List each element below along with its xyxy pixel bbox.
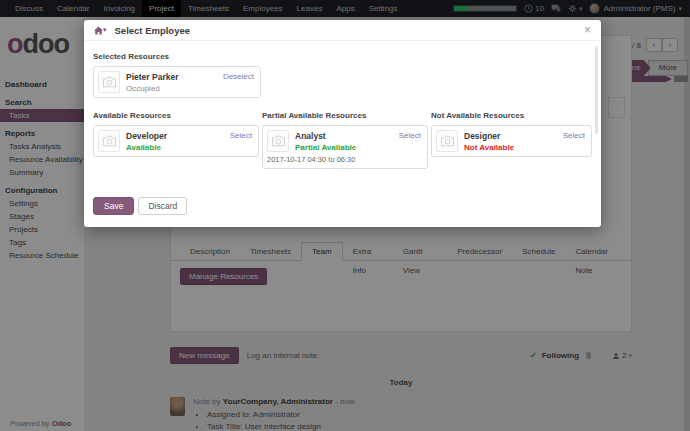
- available-resource-card: Developer Available Select: [93, 125, 259, 157]
- resource-columns: Available Resources Developer Available …: [93, 111, 592, 169]
- resource-name: Designer: [464, 131, 514, 141]
- available-resources-label: Available Resources: [93, 111, 259, 120]
- camera-icon: [271, 135, 286, 147]
- resource-photo-placeholder: [98, 71, 120, 93]
- discard-button[interactable]: Discard: [138, 197, 187, 215]
- resource-photo-placeholder: [436, 130, 458, 152]
- select-link[interactable]: Select: [230, 131, 252, 140]
- camera-icon: [440, 135, 455, 147]
- availability-window: 2017-10-17 04:30 to 06:30: [267, 155, 423, 164]
- selected-resource-card: Pieter Parker Occupied Deselect: [93, 66, 261, 98]
- resource-name: Pieter Parker: [126, 72, 178, 82]
- resource-status: Partial Available: [295, 143, 356, 152]
- resource-name: Developer: [126, 131, 167, 141]
- not-available-resource-card: Designer Not Available Select: [431, 125, 592, 157]
- not-available-column: Not Available Resources Designer Not Ava…: [431, 111, 592, 157]
- modal-title: Select Employee: [115, 25, 191, 36]
- modal-body: Selected Resources Pieter Parker Occupie…: [84, 41, 601, 171]
- partial-available-column: Partial Available Resources Analyst Part…: [262, 111, 428, 169]
- select-link[interactable]: Select: [399, 131, 421, 140]
- deselect-link[interactable]: Deselect: [223, 72, 254, 81]
- home-caret-icon[interactable]: ▾: [103, 26, 107, 34]
- modal-scrollbar[interactable]: [595, 46, 598, 134]
- not-available-resources-label: Not Available Resources: [431, 111, 592, 120]
- resource-name: Analyst: [295, 131, 356, 141]
- resource-photo-placeholder: [98, 130, 120, 152]
- camera-icon: [102, 135, 117, 147]
- close-icon[interactable]: ×: [584, 24, 591, 36]
- modal-footer: Save Discard: [93, 197, 187, 215]
- resource-status: Available: [126, 143, 167, 152]
- resource-status: Not Available: [464, 143, 514, 152]
- partial-available-resource-card: Analyst Partial Available 2017-10-17 04:…: [262, 125, 428, 169]
- select-employee-modal: ▾ Select Employee × Selected Resources P…: [84, 20, 601, 227]
- home-icon[interactable]: [94, 26, 103, 35]
- resource-photo-placeholder: [267, 130, 289, 152]
- select-link[interactable]: Select: [563, 131, 585, 140]
- modal-header: ▾ Select Employee ×: [84, 20, 601, 41]
- resource-status: Occupied: [126, 84, 178, 93]
- selected-resources-label: Selected Resources: [93, 52, 592, 61]
- save-button[interactable]: Save: [93, 197, 134, 215]
- camera-icon: [102, 76, 117, 88]
- available-column: Available Resources Developer Available …: [93, 111, 259, 157]
- partial-available-resources-label: Partial Available Resources: [262, 111, 428, 120]
